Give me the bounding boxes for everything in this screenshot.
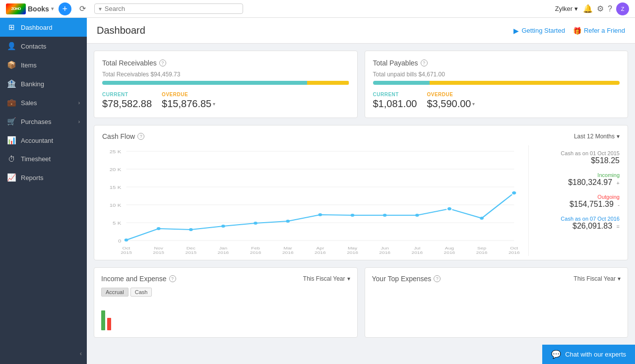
- avatar[interactable]: Z: [616, 2, 629, 15]
- svg-text:2016: 2016: [444, 250, 455, 254]
- cashflow-card: Cash Flow ? Last 12 Months ▾ 25 K 20 K 1…: [94, 125, 628, 260]
- svg-text:10 K: 10 K: [110, 203, 122, 208]
- chevron-right-icon: ›: [78, 119, 80, 124]
- sidebar-collapse-button[interactable]: ‹: [0, 347, 87, 360]
- payables-amounts: CURRENT $1,081.00 OVERDUE $3,590.00 ▾: [373, 92, 620, 110]
- sidebar-item-dashboard[interactable]: ⊞ Dashboard: [0, 18, 87, 37]
- payables-overdue-label: OVERDUE: [427, 92, 475, 97]
- brand-caret: ▾: [51, 6, 54, 11]
- svg-point-13: [157, 227, 161, 230]
- payables-subtitle: Total unpaid bills $4,671.00: [373, 71, 620, 78]
- svg-text:5 K: 5 K: [113, 221, 121, 226]
- outgoing-label: Outgoing: [597, 194, 620, 200]
- payables-progress-bar: [373, 81, 620, 85]
- income-expense-info-icon[interactable]: ?: [169, 275, 176, 282]
- cashflow-header: Cash Flow ? Last 12 Months ▾: [94, 132, 628, 145]
- cashflow-filter[interactable]: Last 12 Months ▾: [574, 133, 620, 140]
- sidebar-item-reports[interactable]: 📈 Reports: [0, 168, 87, 187]
- bell-icon[interactable]: 🔔: [583, 4, 593, 13]
- topbar: ZOHO Books ▾ + ⟳ ▾ Zylker ▾ 🔔 ⚙ ? Z: [0, 0, 635, 18]
- svg-point-20: [383, 214, 387, 217]
- topbar-icons: 🔔 ⚙ ? Z: [583, 2, 629, 15]
- receivables-info-icon[interactable]: ?: [159, 60, 166, 66]
- main-content: Dashboard ▶ Getting Started 🎁 Refer a Fr…: [87, 18, 635, 364]
- incoming-label: Incoming: [597, 172, 620, 178]
- search-box: ▾: [94, 3, 243, 14]
- svg-point-21: [415, 214, 419, 217]
- chat-label: Chat with our experts: [565, 351, 626, 358]
- refer-friend-link[interactable]: 🎁 Refer a Friend: [573, 27, 625, 35]
- payables-card: Total Payables ? Total unpaid bills $4,6…: [365, 51, 629, 118]
- cashflow-info-icon[interactable]: ?: [137, 133, 144, 140]
- search-input[interactable]: [105, 5, 239, 12]
- cashflow-legend: Cash as on 01 Oct 2015 $518.25 Incoming …: [528, 145, 628, 256]
- income-expense-card: Income and Expense ? This Fiscal Year ▾ …: [94, 267, 358, 338]
- receivables-overdue-label: OVERDUE: [162, 92, 215, 97]
- history-button[interactable]: ⟳: [76, 2, 89, 15]
- top-expenses-filter[interactable]: This Fiscal Year ▾: [573, 275, 621, 282]
- search-dropdown-icon[interactable]: ▾: [99, 5, 102, 12]
- sidebar-item-label: Contacts: [21, 43, 46, 50]
- cash-toggle[interactable]: Cash: [130, 288, 152, 297]
- payables-current-label: CURRENT: [373, 92, 417, 97]
- income-expense-header: Income and Expense ? This Fiscal Year ▾: [101, 275, 350, 283]
- receivables-overdue-dropdown[interactable]: $15,876.85 ▾: [162, 98, 215, 110]
- payables-info-icon[interactable]: ?: [421, 60, 428, 66]
- receivables-yellow-bar: [307, 81, 349, 85]
- svg-text:2016: 2016: [282, 250, 294, 254]
- payables-overdue-value: $3,590.00: [427, 98, 471, 110]
- help-icon[interactable]: ?: [608, 4, 612, 13]
- getting-started-link[interactable]: ▶ Getting Started: [513, 27, 565, 35]
- sidebar-item-label: Items: [21, 61, 37, 69]
- receivables-overdue-value: $15,876.85: [162, 98, 211, 110]
- bottom-cards-row: Income and Expense ? This Fiscal Year ▾ …: [87, 267, 635, 345]
- accrual-toggle[interactable]: Accrual: [101, 288, 128, 297]
- cashflow-svg: 25 K 20 K 15 K 10 K 5 K 0: [102, 145, 520, 254]
- brand[interactable]: ZOHO Books ▾: [6, 3, 54, 14]
- svg-text:2015: 2015: [153, 250, 164, 254]
- receivables-card: Total Receivables ? Total Receivables $9…: [94, 51, 358, 118]
- svg-point-23: [480, 217, 484, 220]
- sidebar-item-label: Accountant: [21, 137, 53, 144]
- user-name: Zylker: [555, 5, 572, 12]
- sidebar-item-contacts[interactable]: 👤 Contacts: [0, 37, 87, 56]
- sidebar-item-label: Reports: [21, 174, 44, 182]
- top-expenses-filter-arrow: ▾: [618, 275, 621, 282]
- timesheet-icon: ⏱: [7, 155, 16, 163]
- brand-logo: ZOHO: [6, 3, 26, 14]
- receivables-current-label: CURRENT: [102, 92, 152, 97]
- user-caret: ▾: [574, 5, 578, 12]
- payables-overdue-dropdown[interactable]: $3,590.00 ▾: [427, 98, 475, 110]
- top-expenses-info-icon[interactable]: ?: [434, 275, 441, 282]
- chat-button[interactable]: 💬 Chat with our experts: [542, 345, 635, 364]
- receivables-current-block: CURRENT $78,582.88: [102, 92, 152, 110]
- svg-text:2016: 2016: [508, 250, 520, 254]
- svg-point-18: [318, 213, 322, 216]
- svg-text:May: May: [348, 246, 358, 250]
- sidebar-item-items[interactable]: 📦 Items: [0, 56, 87, 74]
- sidebar-item-timesheet[interactable]: ⏱ Timesheet: [0, 150, 87, 168]
- top-expenses-title: Your Top Expenses ?: [372, 275, 441, 283]
- sidebar-item-accountant[interactable]: 📊 Accountant: [0, 131, 87, 150]
- receivables-progress-bar: [102, 81, 349, 85]
- incoming-value: $180,324.97 +: [568, 178, 620, 187]
- sidebar-item-label: Banking: [21, 80, 44, 88]
- play-icon: ▶: [513, 27, 519, 35]
- payables-overdue-block: OVERDUE $3,590.00 ▾: [427, 92, 475, 110]
- page-title: Dashboard: [97, 25, 145, 36]
- user-menu[interactable]: Zylker ▾: [555, 5, 578, 12]
- svg-text:Aug: Aug: [445, 246, 454, 250]
- add-button[interactable]: +: [59, 2, 71, 15]
- svg-point-12: [125, 239, 128, 242]
- sidebar-item-purchases[interactable]: 🛒 Purchases ›: [0, 112, 87, 131]
- income-expense-chart-placeholder: [101, 301, 350, 330]
- getting-started-label: Getting Started: [521, 27, 565, 34]
- sidebar-item-banking[interactable]: 🏦 Banking: [0, 74, 87, 93]
- sidebar-item-sales[interactable]: 💼 Sales ›: [0, 93, 87, 112]
- income-expense-filter[interactable]: This Fiscal Year ▾: [303, 275, 350, 282]
- cash-start-label: Cash as on 01 Oct 2015: [561, 150, 620, 156]
- income-expense-title: Income and Expense ?: [101, 275, 176, 283]
- svg-text:Feb: Feb: [251, 246, 260, 250]
- svg-text:Apr: Apr: [316, 246, 324, 250]
- gear-icon[interactable]: ⚙: [597, 4, 604, 13]
